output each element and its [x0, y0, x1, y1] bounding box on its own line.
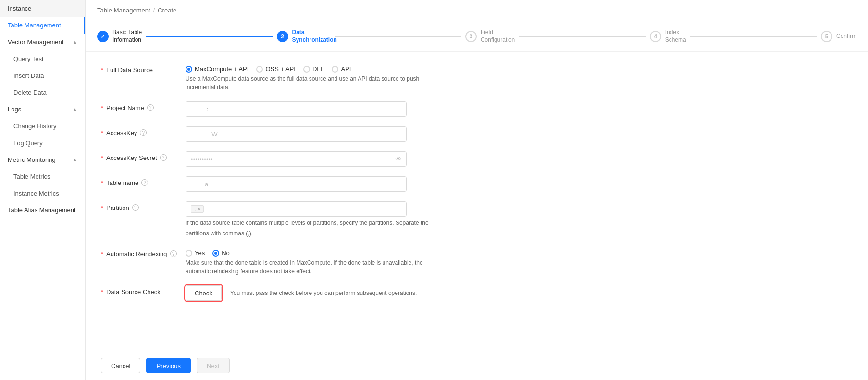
label-accesskey-secret: * AccessKey Secret ? — [101, 151, 178, 161]
control-accesskey-secret: 👁 — [186, 151, 853, 167]
breadcrumb-separator: / — [153, 7, 155, 14]
radio-dlf[interactable]: DLF — [303, 65, 324, 73]
form-row-full-data-source: * Full Data Source MaxCompute + API OSS … — [101, 63, 853, 92]
help-icon-table-name[interactable]: ? — [141, 179, 148, 186]
sidebar-label-instance: Instance — [8, 5, 31, 12]
label-project-name: * Project Name ? — [101, 101, 178, 111]
sidebar-item-table-alias-management[interactable]: Table Alias Management — [0, 202, 85, 219]
sidebar-label-query-test: Query Test — [13, 55, 44, 62]
input-accesskey[interactable] — [186, 126, 407, 142]
radio-maxcompute-api[interactable]: MaxCompute + API — [186, 65, 248, 73]
sidebar-label-table-metrics: Table Metrics — [13, 173, 50, 180]
sidebar-label-logs: Logs — [8, 106, 21, 113]
step-2: 2 DataSynchronization — [277, 29, 331, 44]
radio-circle-oss — [256, 66, 263, 73]
step-1: ✓ Basic TableInformation — [97, 29, 142, 44]
sidebar-label-vector-management: Vector Management — [8, 38, 63, 46]
step-3: 3 FieldConfiguration — [465, 29, 515, 44]
form-row-accesskey-secret: * AccessKey Secret ? 👁 — [101, 151, 853, 167]
step-5-circle: 5 — [821, 31, 832, 42]
form-area: * Full Data Source MaxCompute + API OSS … — [86, 52, 868, 351]
tag-close-icon[interactable]: × — [198, 207, 200, 212]
label-auto-reindexing: * Automatic Reindexing ? — [101, 247, 178, 257]
sidebar-item-instance-metrics[interactable]: Instance Metrics — [0, 185, 85, 202]
input-accesskey-secret[interactable] — [186, 151, 407, 167]
help-icon-partition[interactable]: ? — [132, 204, 139, 211]
previous-button[interactable]: Previous — [146, 358, 191, 373]
step-3-circle: 3 — [465, 31, 477, 42]
label-partition: * Partition ? — [101, 201, 178, 211]
control-auto-reindexing: Yes No Make sure that the done table is … — [186, 247, 853, 276]
step-4: 4 IndexSchema — [650, 29, 686, 44]
sidebar-label-insert-data: Insert Data — [13, 72, 44, 79]
radio-circle-maxcompute — [186, 66, 192, 73]
sidebar-item-log-query[interactable]: Log Query — [0, 135, 85, 151]
step-3-label: FieldConfiguration — [481, 29, 515, 44]
main-content: Table Management / Create ✓ Basic TableI… — [86, 0, 868, 380]
form-row-project-name: * Project Name ? — [101, 101, 853, 117]
radio-oss-api[interactable]: OSS + API — [256, 65, 296, 73]
form-row-partition: * Partition ? , × If the data source tab… — [101, 201, 853, 238]
form-row-data-source-check: * Data Source Check Check You must pass … — [101, 285, 853, 301]
sidebar-item-insert-data[interactable]: Insert Data — [0, 67, 85, 84]
cancel-button[interactable]: Cancel — [101, 358, 140, 373]
help-icon-accesskey-secret[interactable]: ? — [160, 154, 167, 161]
radio-no-reindexing[interactable]: No — [212, 249, 230, 257]
step-5-label: Confirm — [836, 33, 856, 40]
sidebar-item-table-metrics[interactable]: Table Metrics — [0, 168, 85, 185]
input-project-name[interactable] — [186, 101, 407, 117]
step-4-circle: 4 — [650, 31, 661, 42]
radio-api[interactable]: API — [332, 65, 351, 73]
label-data-source-check: * Data Source Check — [101, 285, 178, 295]
form-row-accesskey: * AccessKey ? — [101, 126, 853, 142]
sidebar-item-delete-data[interactable]: Delete Data — [0, 84, 85, 101]
hint-auto-reindexing: Make sure that the done table is created… — [186, 258, 853, 276]
control-data-source-check: Check You must pass the check before you… — [186, 285, 853, 301]
control-partition: , × If the data source table contains mu… — [186, 201, 853, 238]
sidebar-item-query-test[interactable]: Query Test — [0, 50, 85, 67]
breadcrumb: Table Management / Create — [86, 0, 868, 19]
bottom-bar: Cancel Previous Next — [86, 351, 868, 380]
help-icon-project-name[interactable]: ? — [147, 104, 154, 111]
label-table-name: * Table name ? — [101, 176, 178, 186]
radio-circle-no — [212, 250, 219, 257]
label-accesskey: * AccessKey ? — [101, 126, 178, 136]
hint-partition-1: If the data source table contains multip… — [186, 219, 853, 227]
sidebar-label-log-query: Log Query — [13, 139, 43, 147]
sidebar-item-table-management[interactable]: Table Management — [0, 17, 85, 34]
sidebar-item-instance[interactable]: Instance — [0, 0, 85, 17]
sidebar-item-logs[interactable]: Logs ▲ — [0, 101, 85, 118]
control-table-name — [186, 176, 853, 192]
step-5: 5 Confirm — [821, 31, 856, 42]
step-line-1-2 — [146, 36, 273, 37]
sidebar-label-metric-monitoring: Metric Monitoring — [8, 156, 56, 163]
tag-input-partition[interactable]: , × — [186, 201, 407, 217]
hint-partition-2: partitions with commas (,). — [186, 229, 853, 238]
help-icon-auto-reindexing[interactable]: ? — [170, 250, 177, 257]
radio-yes-reindexing[interactable]: Yes — [186, 249, 205, 257]
check-button[interactable]: Check — [186, 285, 222, 301]
breadcrumb-table-management[interactable]: Table Management — [97, 7, 150, 14]
sidebar-label-delete-data: Delete Data — [13, 89, 47, 96]
help-icon-accesskey[interactable]: ? — [140, 129, 147, 136]
control-project-name — [186, 101, 853, 117]
eye-icon[interactable]: 👁 — [395, 155, 402, 163]
step-line-4-5 — [690, 36, 817, 37]
step-line-3-4 — [519, 36, 645, 37]
input-with-eye-icon: 👁 — [186, 151, 407, 167]
radio-circle-yes — [186, 250, 192, 257]
check-description: You must pass the check before you can p… — [230, 290, 417, 296]
radio-group-reindexing: Yes No — [186, 247, 853, 257]
radio-circle-api — [332, 66, 338, 73]
sidebar-label-instance-metrics: Instance Metrics — [13, 190, 59, 197]
sidebar-item-change-history[interactable]: Change History — [0, 118, 85, 135]
sidebar-label-change-history: Change History — [13, 123, 57, 130]
sidebar-item-vector-management[interactable]: Vector Management ▲ — [0, 34, 85, 50]
step-2-label: DataSynchronization — [292, 29, 331, 44]
input-table-name[interactable] — [186, 176, 407, 192]
form-row-table-name: * Table name ? — [101, 176, 853, 192]
control-accesskey — [186, 126, 853, 142]
breadcrumb-create: Create — [158, 7, 176, 14]
sidebar-item-metric-monitoring[interactable]: Metric Monitoring ▲ — [0, 151, 85, 168]
chevron-up-icon-logs: ▲ — [73, 107, 77, 112]
